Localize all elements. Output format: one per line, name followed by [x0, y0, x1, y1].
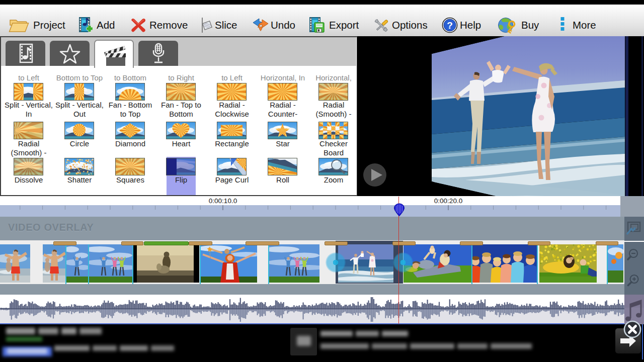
svg-text:?: ?: [447, 20, 453, 31]
